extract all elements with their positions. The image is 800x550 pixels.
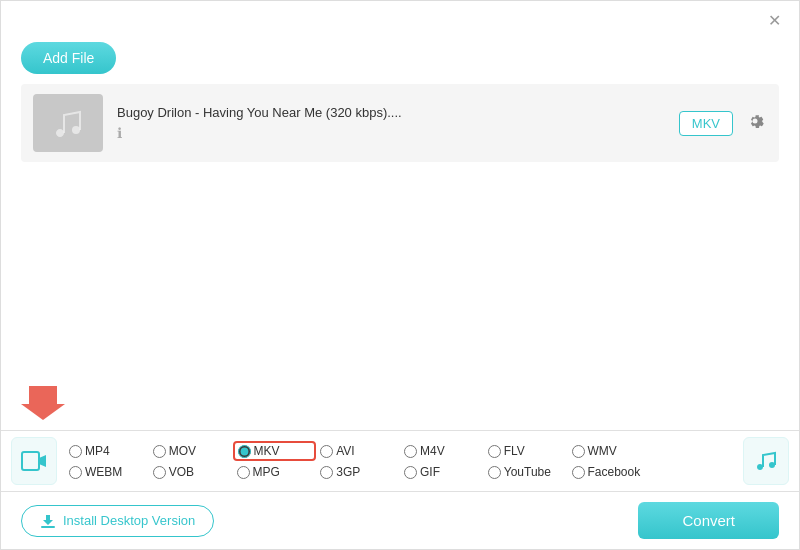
format-label-wmv: WMV — [588, 444, 617, 458]
file-name: Bugoy Drilon - Having You Near Me (320 k… — [117, 105, 665, 120]
arrow-area — [1, 382, 799, 430]
format-option-mpg[interactable]: MPG — [233, 463, 317, 481]
svg-marker-3 — [39, 455, 46, 467]
file-list: Bugoy Drilon - Having You Near Me (320 k… — [1, 84, 799, 162]
action-bar: Install Desktop Version Convert — [1, 491, 799, 549]
svg-rect-5 — [41, 526, 55, 528]
format-option-3gp[interactable]: 3GP — [316, 463, 400, 481]
format-label-mp4: MP4 — [85, 444, 110, 458]
format-label-3gp: 3GP — [336, 465, 360, 479]
format-label-m4v: M4V — [420, 444, 445, 458]
format-bar: MP4 MOV MKV AVI M4V FLV — [1, 430, 799, 491]
file-item: Bugoy Drilon - Having You Near Me (320 k… — [21, 84, 779, 162]
format-label-youtube: YouTube — [504, 465, 551, 479]
format-option-mp4[interactable]: MP4 — [65, 442, 149, 460]
install-desktop-button[interactable]: Install Desktop Version — [21, 505, 214, 537]
add-file-button[interactable]: Add File — [21, 42, 116, 74]
content-area — [1, 162, 799, 322]
format-badge-button[interactable]: MKV — [679, 111, 733, 136]
convert-button[interactable]: Convert — [638, 502, 779, 539]
video-format-button[interactable] — [11, 437, 57, 485]
format-label-facebook: Facebook — [588, 465, 641, 479]
music-note-icon — [754, 449, 778, 473]
down-arrow-icon — [21, 382, 65, 420]
format-label-avi: AVI — [336, 444, 354, 458]
format-label-mkv: MKV — [254, 444, 280, 458]
format-label-vob: VOB — [169, 465, 194, 479]
format-option-flv[interactable]: FLV — [484, 442, 568, 460]
format-option-facebook[interactable]: Facebook — [568, 463, 652, 481]
format-option-mkv[interactable]: MKV — [233, 441, 317, 461]
format-label-mpg: MPG — [253, 465, 280, 479]
video-icon — [21, 448, 47, 474]
format-option-webm[interactable]: WEBM — [65, 463, 149, 481]
format-label-flv: FLV — [504, 444, 525, 458]
format-option-gif[interactable]: GIF — [400, 463, 484, 481]
file-actions: MKV — [679, 109, 767, 138]
format-option-wmv[interactable]: WMV — [568, 442, 652, 460]
toolbar: Add File — [1, 36, 799, 84]
format-section: MP4 MOV MKV AVI M4V FLV — [1, 382, 799, 549]
svg-marker-1 — [21, 386, 65, 420]
format-label-webm: WEBM — [85, 465, 122, 479]
gear-icon — [745, 111, 765, 131]
download-icon — [40, 513, 56, 529]
format-label-gif: GIF — [420, 465, 440, 479]
format-option-m4v[interactable]: M4V — [400, 442, 484, 460]
install-label: Install Desktop Version — [63, 513, 195, 528]
file-thumbnail — [33, 94, 103, 152]
audio-format-button[interactable] — [743, 437, 789, 485]
svg-point-0 — [72, 126, 80, 134]
title-bar: ✕ — [1, 1, 799, 36]
close-button[interactable]: ✕ — [762, 9, 787, 32]
svg-point-4 — [769, 462, 775, 468]
format-option-youtube[interactable]: YouTube — [484, 463, 568, 481]
format-option-vob[interactable]: VOB — [149, 463, 233, 481]
info-icon[interactable]: ℹ — [117, 125, 122, 141]
svg-rect-2 — [22, 452, 39, 470]
format-options-grid: MP4 MOV MKV AVI M4V FLV — [65, 441, 735, 481]
format-label-mov: MOV — [169, 444, 196, 458]
music-icon — [50, 105, 86, 141]
format-option-mov[interactable]: MOV — [149, 442, 233, 460]
file-info: Bugoy Drilon - Having You Near Me (320 k… — [117, 105, 665, 142]
settings-button[interactable] — [743, 109, 767, 138]
format-option-avi[interactable]: AVI — [316, 442, 400, 460]
